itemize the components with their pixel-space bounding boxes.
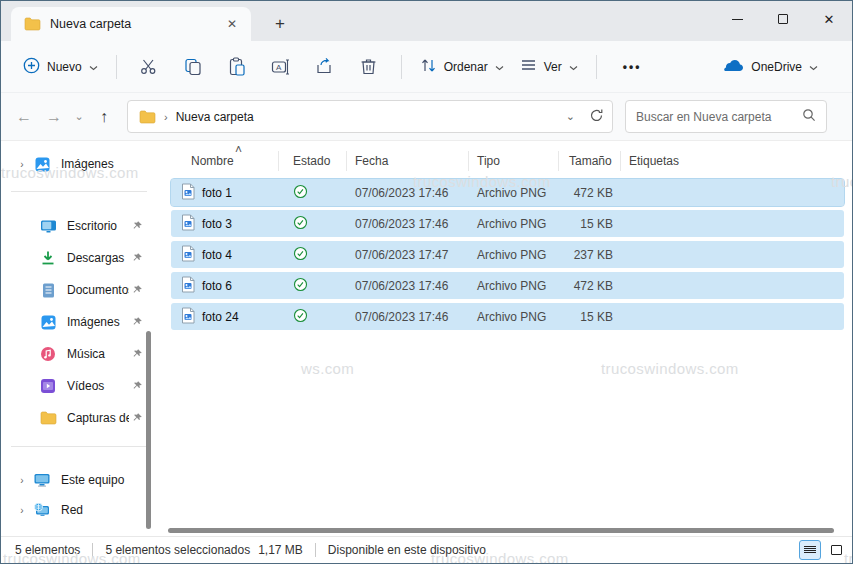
network-icon <box>33 501 51 519</box>
details-view-toggle[interactable] <box>799 540 821 560</box>
search-box[interactable]: Buscar en Nueva carpeta <box>625 100 827 133</box>
view-toggles <box>799 540 847 560</box>
file-date: 07/06/2023 17:46 <box>347 279 469 293</box>
this-pc-icon <box>33 471 51 489</box>
file-name: foto 24 <box>202 310 239 324</box>
horizontal-scrollbar-thumb[interactable] <box>168 528 834 533</box>
pin-icon <box>129 348 145 360</box>
copy-button[interactable] <box>176 51 210 83</box>
pin-icon <box>129 252 145 264</box>
breadcrumb-chevron[interactable]: › <box>164 111 168 123</box>
paste-button[interactable] <box>220 51 254 83</box>
column-headers: ˄ Nombre Estado Fecha Tipo Tamaño Etique… <box>171 146 844 176</box>
breadcrumb[interactable]: Nueva carpeta <box>176 110 254 124</box>
history-dropdown-icon[interactable]: ⌄ <box>69 110 89 123</box>
sidebar-separator <box>11 191 147 192</box>
sidebar-item-imagenes-top[interactable]: › Imágenes <box>1 149 157 179</box>
sidebar-item-label: Descargas <box>67 251 129 265</box>
sidebar-separator <box>11 446 147 447</box>
desktop-icon <box>39 217 57 235</box>
expand-chevron-icon[interactable]: › <box>11 475 33 486</box>
toolbar-separator <box>596 55 597 79</box>
pin-icon <box>129 316 145 328</box>
navigation-bar: ← → ⌄ ↑ › Nueva carpeta ⌄ Buscar en Nuev… <box>1 93 852 141</box>
more-options-button[interactable]: ••• <box>615 56 650 78</box>
plus-circle-icon <box>23 57 40 77</box>
column-header-tamano[interactable]: Tamaño <box>559 151 621 171</box>
maximize-button[interactable] <box>760 1 806 37</box>
forward-button[interactable]: → <box>39 102 69 132</box>
sidebar-item-descargas[interactable]: Descargas <box>1 242 157 274</box>
sidebar-scrollbar[interactable] <box>146 331 151 529</box>
file-row[interactable]: foto 4 07/06/2023 17:47 Archivo PNG 237 … <box>171 241 844 268</box>
back-button[interactable]: ← <box>9 102 39 132</box>
share-button[interactable] <box>308 51 342 83</box>
sidebar-item-label: Vídeos <box>67 379 129 393</box>
column-header-estado[interactable]: Estado <box>279 151 347 171</box>
sidebar-item-este-equipo[interactable]: › Este equipo <box>1 465 157 495</box>
sidebar-item-capturas[interactable]: Capturas de p <box>1 402 157 434</box>
sidebar-item-documentos[interactable]: Documentos <box>1 274 157 306</box>
sort-button[interactable]: Ordenar <box>412 51 512 83</box>
new-tab-button[interactable]: + <box>267 11 293 37</box>
onedrive-cloud-icon <box>722 58 744 75</box>
minimize-button[interactable] <box>714 1 760 37</box>
up-button[interactable]: ↑ <box>89 102 119 132</box>
sidebar-item-musica[interactable]: Música <box>1 338 157 370</box>
sidebar-item-imagenes[interactable]: Imágenes <box>1 306 157 338</box>
column-header-tipo[interactable]: Tipo <box>469 151 559 171</box>
address-bar[interactable]: › Nueva carpeta ⌄ <box>127 100 613 133</box>
sidebar-item-label: Imágenes <box>67 315 129 329</box>
onedrive-button[interactable]: OneDrive <box>714 52 826 81</box>
file-row[interactable]: foto 6 07/06/2023 17:46 Archivo PNG 472 … <box>171 272 844 299</box>
sync-status-check-icon <box>293 246 308 264</box>
availability-status: Disponible en este dispositivo <box>328 543 486 557</box>
paste-icon <box>228 57 246 77</box>
file-row[interactable]: foto 24 07/06/2023 17:46 Archivo PNG 15 … <box>171 303 844 330</box>
pictures-icon <box>39 313 57 331</box>
horizontal-scrollbar[interactable] <box>157 527 851 535</box>
search-placeholder: Buscar en Nueva carpeta <box>636 110 802 124</box>
refresh-icon[interactable] <box>589 108 604 126</box>
view-button[interactable]: Ver <box>512 52 586 82</box>
address-dropdown-icon[interactable]: ⌄ <box>566 110 575 123</box>
cut-button[interactable] <box>132 51 166 83</box>
sidebar-item-label: Imágenes <box>61 157 157 171</box>
column-header-nombre[interactable]: Nombre <box>171 151 279 171</box>
sidebar-item-red[interactable]: › Red <box>1 495 157 525</box>
sidebar-item-escritorio[interactable]: Escritorio <box>1 210 157 242</box>
close-button[interactable]: ✕ <box>806 1 852 37</box>
videos-icon <box>39 377 57 395</box>
file-name: foto 1 <box>202 186 232 200</box>
file-row[interactable]: foto 1 07/06/2023 17:46 Archivo PNG 472 … <box>171 179 844 206</box>
tab-nueva-carpeta[interactable]: Nueva carpeta ✕ <box>11 7 251 41</box>
column-header-fecha[interactable]: Fecha <box>347 151 469 171</box>
search-icon[interactable] <box>802 108 816 125</box>
folder-icon <box>138 108 156 126</box>
file-row[interactable]: foto 3 07/06/2023 17:46 Archivo PNG 15 K… <box>171 210 844 237</box>
folder-icon <box>39 409 57 427</box>
toolbar-separator <box>116 55 117 79</box>
sidebar-item-videos[interactable]: Vídeos <box>1 370 157 402</box>
window-controls: ✕ <box>714 1 852 37</box>
delete-button[interactable] <box>352 51 386 83</box>
column-header-etiquetas[interactable]: Etiquetas <box>621 151 844 171</box>
pin-icon <box>129 380 145 392</box>
rename-button[interactable]: A <box>264 51 298 83</box>
folder-icon <box>23 15 41 33</box>
item-count: 5 elementos <box>15 543 80 557</box>
sidebar-item-label: Documentos <box>67 283 129 297</box>
sort-ascending-icon: ˄ <box>235 143 242 157</box>
documents-icon <box>39 281 57 299</box>
status-bar: 5 elementos 5 elementos seleccionados 1,… <box>1 536 852 563</box>
file-rows: foto 1 07/06/2023 17:46 Archivo PNG 472 … <box>157 179 852 330</box>
new-button[interactable]: Nuevo <box>15 51 106 83</box>
sync-status-check-icon <box>293 215 308 233</box>
large-icons-view-toggle[interactable] <box>825 540 847 560</box>
sort-button-label: Ordenar <box>444 60 488 74</box>
expand-chevron-icon[interactable]: › <box>11 159 33 170</box>
tab-close-icon[interactable]: ✕ <box>223 15 241 33</box>
png-file-icon <box>181 276 195 296</box>
expand-chevron-icon[interactable]: › <box>11 505 33 516</box>
toolbar-separator <box>401 55 402 79</box>
